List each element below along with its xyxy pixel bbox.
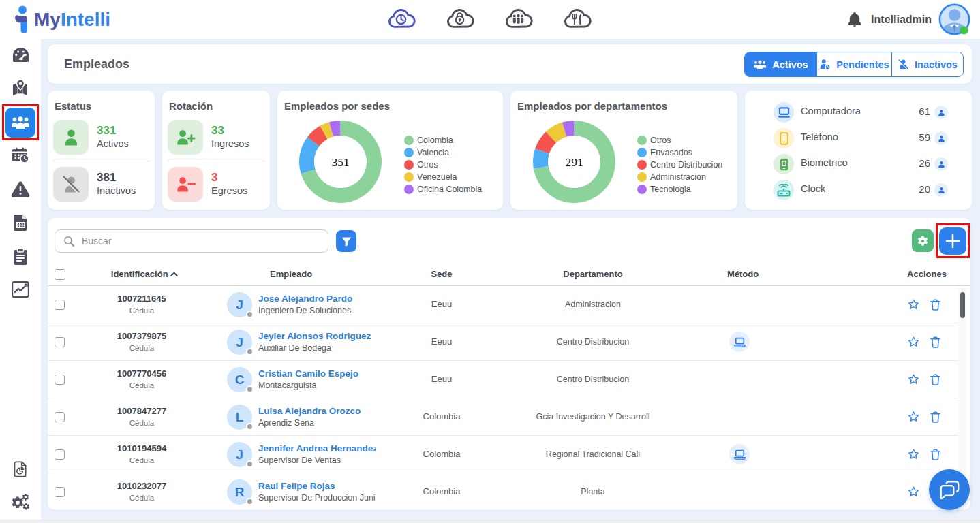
employee-cell: Luisa Alejandra Orozco Aprendiz Sena xyxy=(258,405,376,429)
food-cloud-icon[interactable] xyxy=(563,7,592,29)
user-avatar[interactable] xyxy=(938,3,970,35)
tab-inactivos[interactable]: Inactivos xyxy=(891,52,963,76)
employee-cell: Cristian Camilo Espejo Montacarguista xyxy=(258,368,376,392)
favorite-star-icon[interactable] xyxy=(908,336,919,347)
favorite-star-icon[interactable] xyxy=(908,486,919,497)
favorite-star-icon[interactable] xyxy=(908,299,919,310)
divider xyxy=(168,161,266,161)
activos-label: Activos xyxy=(97,138,129,150)
username[interactable]: Intelliadmin xyxy=(871,14,932,26)
employee-cell: Raul Felipe Rojas Supervisor De Producci… xyxy=(258,480,376,504)
sidebar-item-report-calendar[interactable] xyxy=(0,214,41,232)
brand-logo[interactable]: MyIntelli xyxy=(12,5,110,35)
column-acciones[interactable]: Acciones xyxy=(893,269,961,279)
people-cloud-icon[interactable] xyxy=(504,7,533,29)
column-identificacion[interactable]: Identificación xyxy=(104,269,185,279)
employee-role: Ingeniero De Soluciones xyxy=(258,305,376,317)
time-cloud-icon[interactable] xyxy=(387,7,416,29)
notifications-bell-icon[interactable] xyxy=(846,11,863,28)
favorite-star-icon[interactable] xyxy=(908,374,919,385)
delete-trash-icon[interactable] xyxy=(930,411,940,423)
device-users-badge[interactable] xyxy=(934,106,948,119)
employee-avatar: J xyxy=(227,330,252,355)
sidebar-item-employees[interactable] xyxy=(5,108,35,138)
employee-name-link[interactable]: Cristian Camilo Espejo xyxy=(258,368,376,380)
chat-bubbles-icon xyxy=(940,481,960,499)
sidebar-item-report-clock[interactable] xyxy=(0,461,41,477)
donut-total: 351 xyxy=(299,155,382,170)
table-row: 1007770456 Cédula C Cristian Camilo Espe… xyxy=(48,361,960,398)
favorite-star-icon[interactable] xyxy=(908,411,919,422)
gears-icon xyxy=(10,492,31,510)
delete-trash-icon[interactable] xyxy=(930,449,940,460)
sidebar-item-chart[interactable] xyxy=(0,281,41,298)
column-departamento[interactable]: Departamento xyxy=(519,269,667,279)
employees-table-card: Identificación Empleado Sede Departament… xyxy=(48,218,970,510)
legend-row: Colombia xyxy=(404,134,482,146)
sidebar-item-schedule[interactable] xyxy=(0,146,41,164)
lock-cloud-icon[interactable] xyxy=(446,7,474,29)
column-metodo[interactable]: Método xyxy=(722,269,763,279)
device-users-badge[interactable] xyxy=(934,183,948,197)
departamento-cell: Centro Distribucion xyxy=(519,337,667,347)
departamentos-donut-chart: 291 xyxy=(533,121,615,203)
sidebar-item-alerts[interactable] xyxy=(0,180,41,197)
row-checkbox[interactable] xyxy=(55,337,65,347)
table-row: 1007379875 Cédula J Jeyler Alonsos Rodri… xyxy=(48,323,960,361)
row-checkbox[interactable] xyxy=(55,412,65,422)
tab-activos[interactable]: Activos xyxy=(745,52,816,76)
row-checkbox[interactable] xyxy=(55,487,65,497)
employee-role: Supervisor De Produccion Junior xyxy=(258,492,376,504)
column-sede[interactable]: Sede xyxy=(402,269,481,279)
sidebar-item-clipboard[interactable] xyxy=(0,248,41,266)
legend-label: Colombia xyxy=(417,136,453,145)
employee-cell: Jeyler Alonsos Rodriguez Auxiliar De Bod… xyxy=(258,330,376,354)
device-users-badge[interactable] xyxy=(934,131,948,145)
employee-name-link[interactable]: Luisa Alejandra Orozco xyxy=(258,405,376,417)
delete-trash-icon[interactable] xyxy=(930,374,940,385)
employee-name-link[interactable]: Jose Alejandro Pardo xyxy=(258,293,376,305)
add-employee-button[interactable] xyxy=(939,227,966,255)
device-label: Computadora xyxy=(801,106,861,116)
sidebar-item-dashboard[interactable] xyxy=(0,46,41,63)
legend-dot xyxy=(637,160,647,170)
legend-label: Tecnologia xyxy=(650,185,691,194)
device-label: Teléfono xyxy=(801,131,838,142)
horizontal-scrollbar[interactable] xyxy=(0,520,980,523)
scrollbar-thumb[interactable] xyxy=(960,292,965,318)
row-checkbox[interactable] xyxy=(55,375,65,385)
row-checkbox[interactable] xyxy=(55,300,65,310)
employee-name-link[interactable]: Jeyler Alonsos Rodriguez xyxy=(258,330,376,343)
row-actions xyxy=(908,336,940,348)
row-actions xyxy=(908,299,940,311)
chat-fab-button[interactable] xyxy=(929,469,970,510)
page-header-card: Empleados Activos Pendientes xyxy=(48,44,972,84)
row-checkbox[interactable] xyxy=(55,449,65,460)
favorite-star-icon[interactable] xyxy=(908,449,919,460)
search-input[interactable] xyxy=(82,236,328,247)
delete-trash-icon[interactable] xyxy=(930,299,940,311)
departamento-cell: Gcia Investigacion Y Desarroll xyxy=(519,412,667,422)
person-icon xyxy=(938,135,945,142)
employee-role: Montacarguista xyxy=(258,380,376,392)
departamento-cell: Administracion xyxy=(519,300,667,309)
user-plus-icon xyxy=(175,127,196,147)
employee-name-link[interactable]: Raul Felipe Rojas xyxy=(258,480,376,492)
id-number: 1010194594 xyxy=(101,443,183,455)
add-annotation-box xyxy=(936,223,970,258)
plus-icon xyxy=(945,234,960,249)
departamento-cell: Planta xyxy=(519,487,667,496)
device-users-badge[interactable] xyxy=(934,157,948,171)
sidebar-item-map[interactable] xyxy=(0,79,41,97)
tab-pendientes[interactable]: Pendientes xyxy=(816,52,891,76)
legend-label: Otros xyxy=(650,136,671,145)
delete-trash-icon[interactable] xyxy=(930,336,940,348)
table-settings-button[interactable] xyxy=(912,229,934,252)
filter-button[interactable] xyxy=(336,230,356,252)
sedes-chart-card: Empleados por sedes 351 Colombia Valenci… xyxy=(277,91,503,210)
employee-name-link[interactable]: Jennifer Andrea Hernandez xyxy=(258,443,376,455)
employee-role: Aprendiz Sena xyxy=(258,417,376,429)
sidebar-item-settings[interactable] xyxy=(0,492,41,510)
identification-cell: 1007379875 Cédula xyxy=(101,330,183,353)
employee-role: Auxiliar De Bodega xyxy=(258,343,376,354)
